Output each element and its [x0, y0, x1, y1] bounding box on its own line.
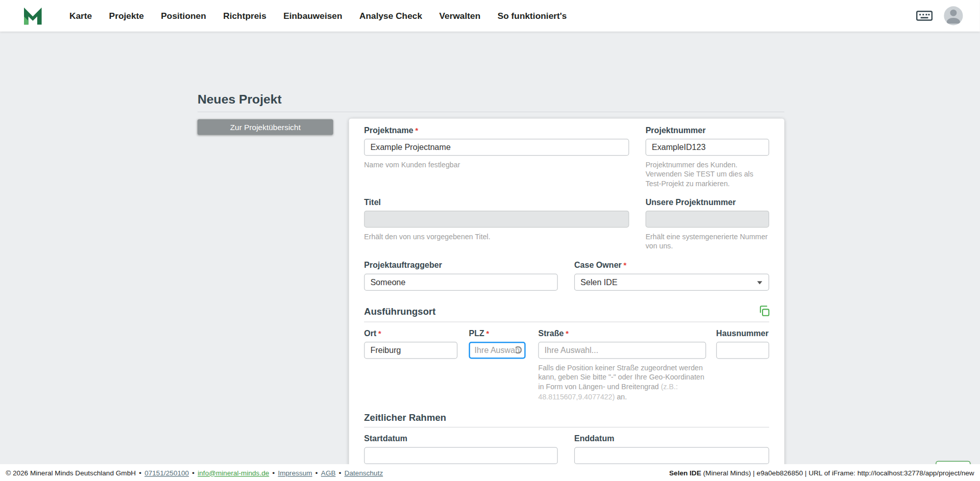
section-ausfuehrungsort: Ausführungsort	[364, 306, 435, 317]
ausfuehrungsort-divider	[364, 321, 769, 322]
projektnummer-label: Projektnummer	[646, 126, 769, 135]
nav-item-karte[interactable]: Karte	[69, 11, 92, 21]
unsere-projektnummer-label: Unsere Projektnummer	[646, 198, 769, 207]
footer-link-phone[interactable]: 07151/250100	[144, 469, 189, 476]
nav-item-positionen[interactable]: Positionen	[161, 11, 206, 21]
user-avatar-icon[interactable]	[944, 6, 963, 25]
footer-separator: •	[339, 469, 341, 476]
nav-item-analyse-check[interactable]: Analyse Check	[359, 11, 422, 21]
unsere-projektnummer-input	[646, 211, 769, 227]
field-hausnummer: Hausnummer	[716, 329, 769, 359]
page-title: Neues Projekt	[198, 92, 282, 106]
field-unsere-projektnummer: Unsere Projektnummer Erhält eine systemg…	[646, 198, 769, 251]
footer-link-agb[interactable]: AGB	[321, 469, 336, 476]
footer-link-datenschutz[interactable]: Datenschutz	[345, 469, 383, 476]
keyboard-icon[interactable]	[916, 10, 933, 22]
navbar-right	[916, 6, 980, 25]
chevron-down-icon	[757, 281, 762, 284]
projektnummer-input[interactable]	[646, 139, 769, 156]
new-project-form-card: Projektname * Name vom Kunden festlegbar…	[349, 118, 785, 477]
field-case-owner: Case Owner * Selen IDE	[574, 261, 769, 291]
copyright-text: © 2026 Mineral Minds Deutschland GmbH	[6, 469, 136, 476]
projektnummer-helper: Projektnummer des Kunden. Verwenden Sie …	[646, 160, 769, 189]
session-user: Selen IDE	[669, 469, 701, 476]
mineral-minds-logo[interactable]	[21, 5, 44, 28]
enddatum-label: Enddatum	[574, 435, 769, 443]
zeitlicher-rahmen-divider	[364, 427, 769, 427]
projektauftraggeber-input[interactable]	[364, 274, 558, 291]
footer-left: © 2026 Mineral Minds Deutschland GmbH • …	[6, 469, 383, 476]
nav-item-einbauweisen[interactable]: Einbauweisen	[283, 11, 342, 21]
top-navbar: Karte Projekte Positionen Richtpreis Ein…	[0, 0, 980, 32]
nav-item-projekte[interactable]: Projekte	[109, 11, 144, 21]
field-projektname: Projektname * Name vom Kunden festlegbar	[364, 126, 629, 170]
titel-helper: Erhält den von uns vorgegebenen Titel.	[364, 232, 629, 242]
ort-input[interactable]	[364, 342, 457, 359]
footer-link-impressum[interactable]: Impressum	[278, 469, 312, 476]
title-divider	[198, 112, 785, 112]
session-details: (Mineral Minds) | e9a0eb826850 | URL of …	[701, 469, 974, 476]
titel-input	[364, 211, 629, 227]
field-enddatum: Enddatum	[574, 435, 769, 464]
required-asterisk: *	[624, 261, 627, 270]
logo-icon	[21, 5, 44, 28]
required-asterisk: *	[486, 329, 489, 338]
field-ort: Ort *	[364, 329, 457, 359]
footer-separator: •	[315, 469, 318, 476]
field-plz: PLZ *	[469, 329, 525, 359]
case-owner-value: Selen IDE	[580, 277, 617, 287]
case-owner-select[interactable]: Selen IDE	[574, 274, 769, 291]
projektname-helper: Name vom Kunden festlegbar	[364, 160, 629, 170]
footer-separator: •	[272, 469, 275, 476]
field-projektauftraggeber: Projektauftraggeber	[364, 261, 558, 291]
section-zeitlicher-rahmen: Zeitlicher Rahmen	[364, 412, 446, 422]
field-strasse: Straße * Falls die Position keiner Straß…	[538, 329, 706, 401]
startdatum-input[interactable]	[364, 447, 558, 464]
projektauftraggeber-label: Projektauftraggeber	[364, 261, 558, 270]
footer-session-info: Selen IDE (Mineral Minds) | e9a0eb826850…	[669, 469, 974, 476]
hausnummer-label: Hausnummer	[716, 329, 769, 338]
required-asterisk: *	[378, 329, 381, 338]
projektname-input[interactable]	[364, 139, 629, 156]
loading-spinner-icon	[514, 346, 522, 354]
required-asterisk: *	[415, 126, 418, 135]
unsere-projektnummer-helper: Erhält eine systemgenerierte Nummer von …	[646, 232, 769, 251]
copy-icon[interactable]	[758, 305, 771, 317]
required-asterisk: *	[566, 329, 569, 338]
page-footer: © 2026 Mineral Minds Deutschland GmbH • …	[0, 464, 980, 481]
strasse-input[interactable]	[538, 342, 706, 359]
back-to-projects-button[interactable]: Zur Projektübersicht	[198, 119, 333, 135]
ort-label: Ort *	[364, 329, 457, 338]
nav-item-so-funktionierts[interactable]: So funktioniert's	[498, 11, 567, 21]
enddatum-input[interactable]	[574, 447, 769, 464]
footer-separator: •	[192, 469, 194, 476]
app-root: Karte Projekte Positionen Richtpreis Ein…	[0, 0, 980, 481]
strasse-helper: Falls die Position keiner Straße zugeord…	[538, 363, 706, 401]
main-content: Neues Projekt Zur Projektübersicht Proje…	[0, 32, 980, 464]
field-startdatum: Startdatum	[364, 435, 558, 464]
strasse-label: Straße *	[538, 329, 706, 338]
plz-label: PLZ *	[469, 329, 525, 338]
startdatum-label: Startdatum	[364, 435, 558, 443]
nav-item-richtpreis[interactable]: Richtpreis	[223, 11, 266, 21]
projektname-label: Projektname *	[364, 126, 629, 135]
footer-link-email[interactable]: info@mineral-minds.de	[198, 469, 269, 476]
footer-separator: •	[139, 469, 141, 476]
field-projektnummer: Projektnummer Projektnummer des Kunden. …	[646, 126, 769, 189]
titel-label: Titel	[364, 198, 629, 207]
hausnummer-input[interactable]	[716, 342, 769, 359]
case-owner-label: Case Owner *	[574, 261, 769, 270]
main-navigation: Karte Projekte Positionen Richtpreis Ein…	[69, 11, 584, 21]
field-titel: Titel Erhält den von uns vorgegebenen Ti…	[364, 198, 629, 242]
nav-item-verwalten[interactable]: Verwalten	[439, 11, 480, 21]
